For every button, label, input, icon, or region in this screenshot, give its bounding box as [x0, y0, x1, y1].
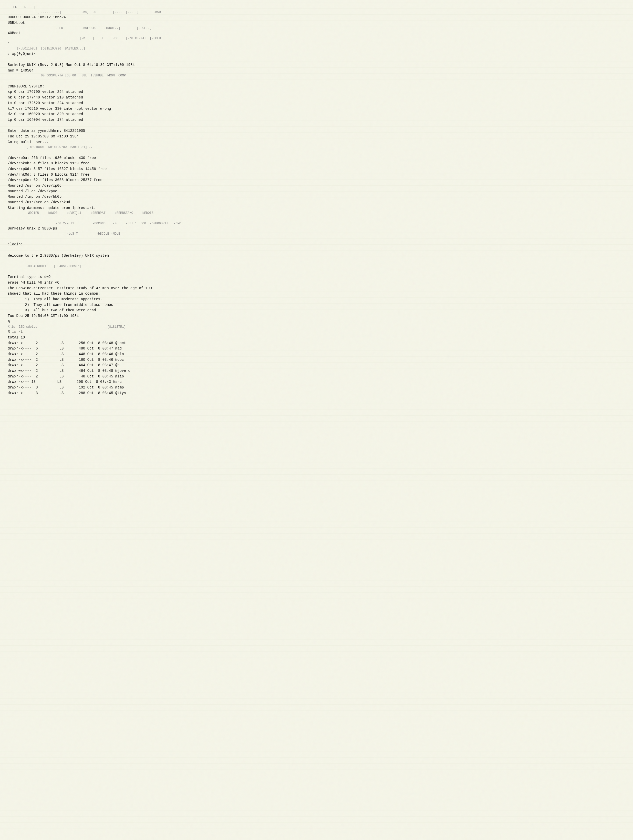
mounted-usr-line: Mounted /usr on /dev/xp0d — [8, 183, 625, 189]
terminal-type-line: Terminal type is dw2 — [8, 274, 625, 280]
dev-rxp0e-line: /dev/rxp0e: 621 files 3658 blocks 25377 … — [8, 177, 625, 183]
blank-7 — [8, 248, 625, 253]
schwine-line1: The Schwine-Kitzenser Institute study of… — [8, 286, 625, 291]
fortboot-line: 40Boot — [8, 30, 625, 36]
dir-tmp-line: drwxr-x---- 3 LS 192 Oct 8 03:45 @tmp — [8, 385, 625, 390]
dev-rhk0b-line: /dev/rhk0b: 4 files 8 blocks 1159 free — [8, 161, 625, 166]
dir-joveo-line: drwxrwx---- 2 LS 464 Oct 8 03:48 @jove.o — [8, 368, 625, 374]
ghost-bsd-line: -b0.2-FEI1 -b0CDNO -0 -SBIT1 JOO0 -b0U09… — [8, 221, 625, 226]
blank-6 — [8, 237, 625, 242]
ghost-line-7: -0DEALROOT1 [DBAUSE-LOBST1] — [8, 264, 625, 269]
dev-rxp0d-line: /dev/rxp0d: 3157 files 16527 blocks 1445… — [8, 166, 625, 172]
berkeley-unix-line: Berkeley UNIX (Rev. 2.9.3) Mon Oct 8 04:… — [8, 62, 625, 68]
kl-csr-line: kl? csr 176510 vector 330 interrupt vect… — [8, 106, 625, 112]
mounted-tmp-line: Mounted /tmp on /dev/hk0b — [8, 194, 625, 200]
ghost-line-3: L -EEU -b0F181C -TROUT..] [-ECF..] — [8, 26, 625, 31]
dev-rhk0d-line: /dev/rhk0d: 3 files 6 blocks 9214 free — [8, 172, 625, 178]
xp-csr-line: xp 0 csr 176700 vector 254 attached — [8, 89, 625, 95]
percent-line: % — [8, 319, 625, 325]
blank-1 — [8, 57, 625, 62]
blank-3 — [8, 123, 625, 128]
hk-csr-line: hk 0 csr 177440 vector 210 attached — [8, 95, 625, 101]
terminal-content: LF. [F.. [........... [...........] -b5,… — [8, 5, 625, 396]
dev-xp0a-line: /dev/xp0a: 266 files 1930 blocks 430 fre… — [8, 155, 625, 161]
starting-daemons-line: Starting daemons: update cron lpdrestart… — [8, 205, 625, 211]
blank-8 — [8, 259, 625, 264]
lp-csr-line: lp 0 csr 164004 vector 174 attached — [8, 117, 625, 123]
dir-ttys-line: drwxr-x---- 3 LS 288 Oct 8 03:45 @ttys — [8, 390, 625, 396]
dir-h-line: drwxr-x---- 2 LS 464 Oct 8 03:47 @h — [8, 363, 625, 368]
tue-dec-date-line: Tue Dec 25 19:05:00 GMT+1:00 1984 — [8, 134, 625, 139]
welcome-line: Welcome to the 2.9BSD/ps (Berkeley) UNIX… — [8, 253, 625, 259]
dir-doc-line: drwxr-x---- 2 LS 160 Oct 8 03:46 @doc — [8, 357, 625, 363]
mem-line: mem = 149504 — [8, 68, 625, 74]
ghost-ls-line: % ls -l0Drsde1ts [8181STR1] — [8, 325, 625, 330]
dir-src-line: drwxr-x--- 13 LS 208 Oct 8 03:43 @src — [8, 379, 625, 385]
ghost-line-4: L [-b....] L .JCC [-b0ICEFMAT [-BCLU — [8, 36, 625, 41]
erase-line: erase ^H kill ^U intr ^C — [8, 280, 625, 286]
xp-unix-line: : xp(0,0)unix — [8, 51, 625, 57]
berkeley-unix-bsd-line: Berkeley Unix 2.9BSD/ps — [8, 226, 625, 232]
mounted-usrsrc-line: Mounted /usr/src on /dev/hk0d — [8, 200, 625, 205]
blank-2 — [8, 78, 625, 84]
blank-9 — [8, 269, 625, 275]
boot-address-line: 000000 000024 165212 165524 — [8, 14, 625, 20]
header-line-2: [...........] -b5, -0 [.... [.....] -b5U — [8, 10, 625, 15]
colon-line: : — [8, 41, 625, 46]
schwine-line3: 1) They all had moderate appetites. — [8, 297, 625, 302]
going-multi-line: Going multi user... — [8, 139, 625, 145]
db-boot-line: @DB>boot — [8, 20, 625, 26]
dir-ad-line: drwxr-x---- 6 LS 480 Oct 8 03:47 @ad — [8, 346, 625, 352]
ghost-line-5: [-bb011b0U1 [DB1b10U700 BABTLES...] — [8, 46, 625, 51]
ls-command-line: % ls -l — [8, 329, 625, 335]
configure-system-line: CONFIGURE SYSTEM: — [8, 84, 625, 90]
ghost-doc-line: 00 DOCUMENTATIOS 00 88L ISSHUBE FROM COM… — [8, 73, 625, 78]
schwine-line2: showed that all had these things in comm… — [8, 291, 625, 297]
header-line-1: LF. [F.. [........... — [8, 5, 625, 10]
dir-bin-line: drwxr-x---- 2 LS 448 Oct 8 03:46 @bin — [8, 352, 625, 357]
blank-5 — [8, 216, 625, 221]
schwine-line4: 2) They all came from middle class homes — [8, 302, 625, 308]
tm-csr-line: tm 0 csr 172520 vector 224 attached — [8, 101, 625, 106]
schwine-line5: 3) All but two of them were dead. — [8, 308, 625, 313]
dir-scct-line: drwxr-x---- 2 LS 256 Oct 8 03:48 @scct — [8, 341, 625, 346]
dir-lib-line: drwxr-x---- 2 LS 48 Oct 8 03:45 @lib — [8, 374, 625, 379]
tue-dec-54-line: Tue Dec 25 19:54:00 GMT+1:00 1984 — [8, 313, 625, 319]
enter-date-line: Enter date as yymmddhhmm: 8412251905 — [8, 128, 625, 134]
ghost-bsd-line2: -LcS.T -bBCOLE -MOLE — [8, 232, 625, 237]
total-line: total 10 — [8, 335, 625, 341]
blank-4 — [8, 150, 625, 155]
mounted-l-line: Mounted /l on /dev/xp0e — [8, 189, 625, 194]
login-line: :login: — [8, 242, 625, 248]
ghost-line-6: [-b801R0U1 DB1b10U700 BABTLES1]... — [8, 145, 625, 150]
ghost-daemon-line: -WDOIPU -b0W00 -bLVMI]11 -b0BERPAT -bREM… — [8, 211, 625, 216]
dz-csr-line: dz 0 csr 160020 vector 320 attached — [8, 112, 625, 117]
